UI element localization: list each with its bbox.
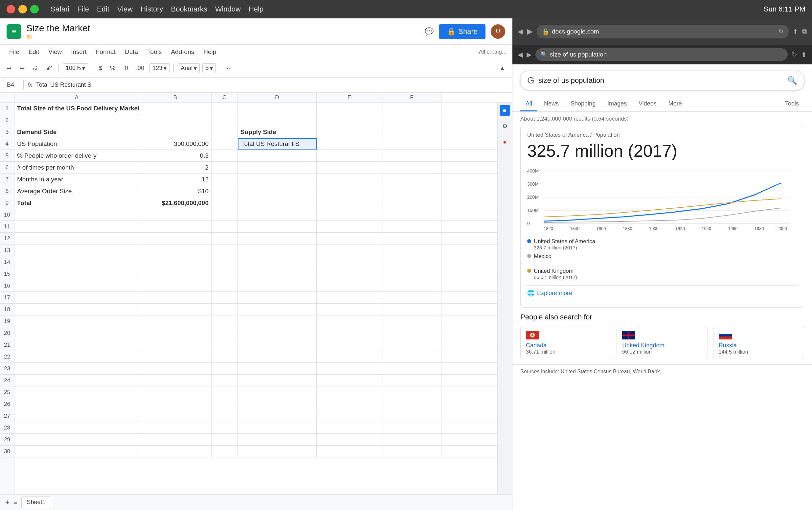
print-button[interactable]: 🖨 — [30, 63, 41, 73]
mac-menu-safari[interactable]: Safari — [51, 5, 69, 13]
redo-button[interactable]: ↪ — [17, 63, 27, 73]
row-num-12[interactable]: 12 — [0, 233, 14, 245]
table-row[interactable] — [14, 221, 497, 233]
row-num-26[interactable]: 26 — [0, 398, 14, 410]
table-row[interactable] — [14, 304, 497, 315]
cell-D6[interactable] — [238, 162, 317, 173]
cell-D8[interactable] — [238, 185, 317, 197]
side-icon-3[interactable]: ● — [500, 137, 510, 147]
cell-C3[interactable] — [212, 126, 238, 138]
row-num-20[interactable]: 20 — [0, 327, 14, 339]
table-row[interactable] — [14, 256, 497, 268]
cell-A5[interactable]: % People who order delivery — [14, 150, 139, 161]
more-options-button[interactable]: ··· — [224, 63, 234, 73]
row-num-16[interactable]: 16 — [0, 280, 14, 292]
cell-E6[interactable] — [317, 162, 382, 173]
cell-C6[interactable] — [212, 162, 238, 173]
cell-B5[interactable]: 0.3 — [139, 150, 212, 161]
formula-content[interactable]: Total US Resturant S — [36, 82, 508, 88]
search-query[interactable]: size of us population — [538, 76, 783, 85]
cell-B7[interactable]: 12 — [139, 173, 212, 185]
row-num-22[interactable]: 22 — [0, 351, 14, 363]
cell-B9[interactable]: $21,600,000,000 — [139, 197, 212, 209]
add-sheet-button[interactable]: + — [5, 498, 9, 507]
undo-button[interactable]: ↩ — [4, 63, 14, 73]
mac-menu-help[interactable]: Help — [249, 5, 264, 13]
cell-B4[interactable]: 300,000,000 — [139, 138, 212, 149]
row-num-6[interactable]: 6 — [0, 162, 14, 173]
cell-F1[interactable] — [382, 103, 442, 114]
table-row[interactable] — [14, 363, 497, 375]
paint-format-button[interactable]: 🖌 — [43, 63, 55, 73]
card-russia[interactable]: Russia 144.5 million — [713, 327, 804, 359]
cell-C2[interactable] — [212, 114, 238, 126]
table-row[interactable] — [14, 233, 497, 245]
menu-edit[interactable]: Edit — [25, 47, 43, 57]
menu-insert[interactable]: Insert — [67, 47, 91, 57]
col-header-B[interactable]: B — [139, 93, 212, 102]
cell-D1[interactable] — [238, 103, 317, 114]
row-num-4[interactable]: 4 — [0, 138, 14, 150]
share-browser-icon[interactable]: ⬆ — [793, 28, 798, 35]
percent-button[interactable]: % — [108, 63, 118, 73]
cell-A3[interactable]: Demand Side — [14, 126, 139, 138]
explore-more-button[interactable]: 🌐 Explore more — [527, 285, 797, 301]
cell-D5[interactable] — [238, 150, 317, 161]
side-icon-1[interactable]: ≡ — [500, 105, 510, 116]
cell-B3[interactable] — [139, 126, 212, 138]
table-row[interactable] — [14, 245, 497, 256]
cell-E3[interactable] — [317, 126, 382, 138]
cell-F2[interactable] — [382, 114, 442, 126]
table-row[interactable] — [14, 422, 497, 434]
cell-C4[interactable] — [212, 138, 238, 149]
row-num-17[interactable]: 17 — [0, 292, 14, 304]
cell-A1[interactable]: Total Size of the US Food Delivery Marke… — [14, 103, 139, 114]
row-num-27[interactable]: 27 — [0, 410, 14, 422]
cell-F6[interactable] — [382, 162, 442, 173]
card-canada-name[interactable]: Canada — [526, 342, 606, 349]
table-row[interactable] — [14, 375, 497, 387]
cell-A8[interactable]: Average Order Size — [14, 185, 139, 197]
mac-menu-history[interactable]: History — [141, 5, 163, 13]
cell-A4[interactable]: US Population — [14, 138, 139, 149]
table-row[interactable] — [14, 209, 497, 221]
row-num-3[interactable]: 3 — [0, 126, 14, 138]
menu-data[interactable]: Data — [121, 47, 142, 57]
table-row[interactable] — [14, 410, 497, 422]
col-header-F[interactable]: F — [382, 93, 442, 102]
col-header-D[interactable]: D — [238, 93, 317, 102]
search-submit-icon[interactable]: 🔍 — [787, 76, 797, 85]
cell-E2[interactable] — [317, 114, 382, 126]
row-num-13[interactable]: 13 — [0, 245, 14, 256]
table-row[interactable] — [14, 280, 497, 292]
minimize-btn[interactable] — [19, 5, 27, 13]
table-row[interactable] — [14, 268, 497, 280]
cell-F8[interactable] — [382, 185, 442, 197]
sheets-menu-button[interactable]: ≡ — [13, 499, 18, 506]
card-uk[interactable]: United Kingdom 66.02 million — [616, 327, 708, 359]
table-row[interactable] — [14, 398, 497, 410]
decimal-0-button[interactable]: .0 — [121, 63, 131, 73]
cell-D3[interactable]: Supply Side — [238, 126, 317, 138]
card-russia-name[interactable]: Russia — [719, 342, 799, 349]
card-uk-name[interactable]: United Kingdom — [622, 342, 702, 349]
row-num-8[interactable]: 8 — [0, 185, 14, 197]
cell-A2[interactable] — [14, 114, 139, 126]
row-num-25[interactable]: 25 — [0, 387, 14, 398]
row-num-1[interactable]: 1 — [0, 103, 14, 114]
cell-E9[interactable] — [317, 197, 382, 209]
row-num-11[interactable]: 11 — [0, 221, 14, 233]
search-box[interactable]: G size of us population 🔍 — [520, 71, 804, 90]
mac-menu-view[interactable]: View — [117, 5, 133, 13]
table-row[interactable] — [14, 351, 497, 363]
zoom-dropdown[interactable]: 100% ▾ — [63, 63, 88, 73]
mac-menu-file[interactable]: File — [77, 5, 89, 13]
cell-A6[interactable]: # of times per month — [14, 162, 139, 173]
row-num-23[interactable]: 23 — [0, 363, 14, 375]
cell-D4[interactable]: Total US Resturant S — [238, 138, 317, 149]
tab-more[interactable]: More — [663, 97, 687, 111]
col-header-A[interactable]: A — [14, 93, 139, 102]
reload-btn-2[interactable]: ↻ — [792, 51, 797, 58]
menu-file[interactable]: File — [5, 47, 23, 57]
table-row[interactable] — [14, 315, 497, 327]
